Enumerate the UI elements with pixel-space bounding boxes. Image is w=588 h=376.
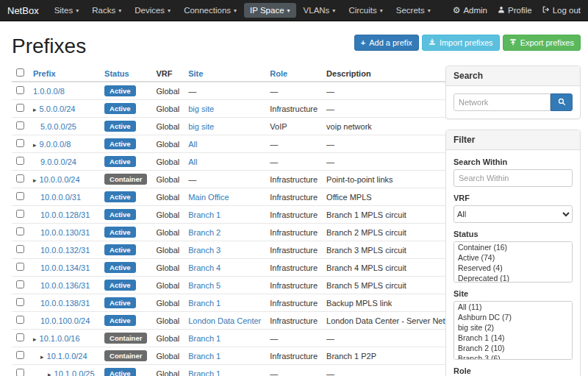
filter-option[interactable]: Deprecated (1) bbox=[454, 273, 572, 283]
prefix-link[interactable]: 10.0.0.130/31 bbox=[40, 228, 90, 237]
filter-option[interactable]: All (11) bbox=[454, 302, 572, 312]
filter-option[interactable]: Container (16) bbox=[454, 242, 572, 252]
status-badge: Active bbox=[104, 368, 136, 376]
filter-option[interactable]: Ashburn DC (7) bbox=[454, 312, 572, 322]
site-link[interactable]: Branch 1 bbox=[188, 299, 220, 308]
row-checkbox[interactable] bbox=[16, 280, 24, 288]
row-checkbox[interactable] bbox=[16, 227, 24, 235]
select-all-checkbox[interactable] bbox=[16, 68, 24, 77]
site-link[interactable]: Branch 2 bbox=[188, 228, 220, 237]
row-checkbox[interactable] bbox=[16, 121, 24, 130]
row-checkbox[interactable] bbox=[16, 210, 24, 218]
site-link[interactable]: Branch 1 bbox=[188, 210, 220, 219]
site-link[interactable]: big site bbox=[188, 104, 214, 113]
expand-arrow-icon[interactable]: ▸ bbox=[33, 141, 37, 149]
prefix-link[interactable]: 10.1.0.0/25 bbox=[54, 369, 95, 376]
col-header-prefix[interactable]: Prefix bbox=[29, 65, 100, 82]
expand-arrow-icon[interactable]: ▸ bbox=[48, 371, 51, 376]
prefix-link[interactable]: 9.0.0.0/8 bbox=[40, 140, 71, 149]
row-checkbox[interactable] bbox=[16, 104, 24, 112]
filter-option[interactable]: Reserved (4) bbox=[454, 263, 572, 273]
row-checkbox[interactable] bbox=[16, 157, 24, 165]
site-link[interactable]: Branch 1 bbox=[188, 352, 220, 361]
filter-option[interactable]: Branch 2 (10) bbox=[454, 343, 572, 353]
nav-item-label: Devices bbox=[135, 6, 165, 15]
row-checkbox[interactable] bbox=[16, 298, 24, 306]
prefix-link[interactable]: 10.0.0.136/31 bbox=[40, 281, 90, 290]
site-link[interactable]: Main Office bbox=[188, 193, 229, 202]
nav-item-racks[interactable]: Racks▾ bbox=[86, 3, 127, 18]
row-checkbox[interactable] bbox=[16, 316, 24, 324]
prefix-link[interactable]: 10.0.100.0/24 bbox=[40, 316, 90, 325]
site-link[interactable]: All bbox=[188, 157, 197, 166]
row-checkbox[interactable] bbox=[16, 192, 24, 200]
row-checkbox[interactable] bbox=[16, 139, 24, 147]
import-prefixes-button[interactable]: Import prefixes bbox=[422, 35, 500, 51]
prefix-link[interactable]: 10.0.0.0/31 bbox=[40, 193, 81, 202]
row-checkbox[interactable] bbox=[16, 369, 24, 376]
search-input[interactable] bbox=[453, 93, 551, 111]
row-checkbox[interactable] bbox=[16, 333, 24, 341]
site-link[interactable]: London Data Center bbox=[188, 316, 261, 325]
prefix-link[interactable]: 10.0.0.0/24 bbox=[40, 175, 80, 184]
status-label: Status bbox=[453, 230, 573, 238]
prefix-link[interactable]: 10.0.0.138/31 bbox=[40, 299, 90, 308]
site-link[interactable]: Branch 1 bbox=[188, 369, 220, 376]
nav-item-vlans[interactable]: VLANs▾ bbox=[298, 3, 342, 18]
logout-link[interactable]: Log out bbox=[542, 6, 581, 15]
expand-arrow-icon[interactable]: ▸ bbox=[40, 353, 44, 361]
search-button[interactable] bbox=[551, 93, 573, 111]
col-header-site[interactable]: Site bbox=[184, 65, 265, 82]
prefix-link[interactable]: 1.0.0.0/8 bbox=[33, 87, 65, 96]
table-row: 5.0.0.0/25ActiveGlobalbig siteVoIPvoip n… bbox=[12, 118, 467, 135]
row-checkbox[interactable] bbox=[16, 263, 24, 271]
nav-item-sites[interactable]: Sites▾ bbox=[49, 3, 85, 18]
nav-item-connections[interactable]: Connections▾ bbox=[178, 3, 243, 18]
col-header-role[interactable]: Role bbox=[265, 65, 322, 82]
filter-option[interactable]: big site (2) bbox=[454, 322, 572, 333]
row-checkbox[interactable] bbox=[16, 351, 24, 359]
app-brand[interactable]: NetBox bbox=[7, 5, 39, 16]
search-within-input[interactable] bbox=[453, 169, 573, 187]
prefix-link[interactable]: 10.0.0.128/31 bbox=[40, 210, 90, 219]
search-icon bbox=[558, 97, 566, 108]
prefix-link[interactable]: 10.0.0.132/31 bbox=[40, 246, 90, 255]
filter-option[interactable]: Active (74) bbox=[454, 252, 572, 263]
admin-link[interactable]: ⚙ Admin bbox=[453, 6, 487, 15]
row-checkbox[interactable] bbox=[16, 245, 24, 253]
prefix-link[interactable]: 5.0.0.0/25 bbox=[40, 122, 76, 131]
row-checkbox[interactable] bbox=[16, 86, 24, 94]
nav-item-secrets[interactable]: Secrets▾ bbox=[390, 3, 437, 18]
profile-link[interactable]: Profile bbox=[498, 6, 532, 15]
row-checkbox[interactable] bbox=[16, 174, 24, 182]
site-link[interactable]: Branch 3 bbox=[188, 246, 220, 255]
prefix-link[interactable]: 9.0.0.0/24 bbox=[40, 157, 76, 166]
status-badge: Active bbox=[104, 103, 136, 114]
prefix-link[interactable]: 10.0.0.134/31 bbox=[40, 263, 90, 272]
prefix-link[interactable]: 10.1.0.0/24 bbox=[47, 352, 87, 361]
site-link[interactable]: Branch 5 bbox=[188, 281, 220, 290]
search-panel: Search bbox=[445, 65, 581, 119]
expand-arrow-icon[interactable]: ▸ bbox=[33, 106, 37, 113]
export-prefixes-button[interactable]: Export prefixes bbox=[503, 35, 581, 51]
site-link[interactable]: Branch 4 bbox=[188, 263, 220, 272]
col-header-status[interactable]: Status bbox=[100, 65, 151, 82]
nav-item-devices[interactable]: Devices▾ bbox=[129, 3, 176, 18]
nav-item-ip-space[interactable]: IP Space▾ bbox=[244, 3, 295, 18]
expand-arrow-icon[interactable]: ▸ bbox=[33, 336, 37, 343]
status-filter-list[interactable]: Container (16)Active (74)Reserved (4)Dep… bbox=[453, 241, 573, 283]
nav-item-circuits[interactable]: Circuits▾ bbox=[343, 3, 388, 18]
role-cell: VoIP bbox=[265, 118, 322, 135]
add-prefix-button[interactable]: + Add a prefix bbox=[354, 35, 419, 51]
site-link[interactable]: big site bbox=[188, 122, 214, 131]
site-link[interactable]: Branch 1 bbox=[188, 334, 220, 343]
filter-option[interactable]: Branch 3 (6) bbox=[454, 353, 572, 360]
prefix-link[interactable]: 10.1.0.0/16 bbox=[40, 334, 80, 343]
vrf-select[interactable]: All bbox=[453, 205, 573, 223]
filter-option[interactable]: Branch 1 (14) bbox=[454, 333, 572, 343]
expand-arrow-icon[interactable]: ▸ bbox=[33, 177, 37, 184]
prefix-link[interactable]: 5.0.0.0/24 bbox=[40, 104, 76, 113]
status-badge: Active bbox=[104, 85, 136, 96]
site-filter-list[interactable]: All (11)Ashburn DC (7)big site (2)Branch… bbox=[453, 301, 573, 360]
site-link[interactable]: All bbox=[188, 140, 197, 149]
